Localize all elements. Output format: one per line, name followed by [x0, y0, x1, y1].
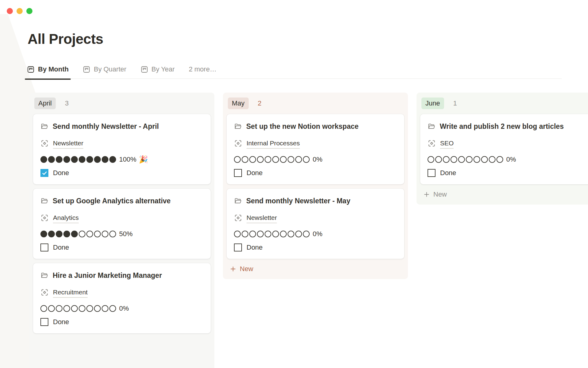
progress-dot	[63, 156, 70, 163]
progress-dot	[489, 156, 496, 163]
new-button[interactable]: New	[420, 186, 588, 201]
open-folder-icon	[234, 195, 242, 206]
progress-dot	[79, 305, 85, 312]
project-tag-label[interactable]: SEO	[440, 139, 454, 149]
project-tag: Analytics	[40, 214, 203, 223]
progress-dot	[48, 231, 55, 237]
group-pill: April	[34, 98, 56, 109]
project-tag-label[interactable]: Analytics	[53, 214, 79, 223]
progress-label: 0%	[313, 230, 322, 238]
progress-dot	[109, 305, 116, 312]
done-row: Done	[234, 169, 397, 177]
progress-label: 0%	[313, 155, 322, 163]
board-icon	[141, 66, 148, 73]
done-checkbox[interactable]	[234, 169, 242, 177]
group-pill: June	[421, 98, 444, 109]
progress-dot	[102, 305, 108, 312]
tab-by-quarter[interactable]: By Quarter	[83, 65, 126, 73]
progress-row: 0%	[234, 155, 397, 163]
page-title: All Projects	[28, 31, 103, 47]
project-tag-label[interactable]: Recruitment	[53, 288, 88, 298]
progress-row: 50%	[40, 230, 203, 238]
board-icon	[83, 66, 90, 73]
new-button[interactable]: New	[227, 261, 404, 275]
progress-label: 0%	[119, 305, 129, 312]
progress-row: 0%	[234, 230, 397, 238]
progress-dot	[265, 231, 271, 237]
progress-dot	[257, 231, 264, 237]
done-checkbox[interactable]	[428, 169, 435, 177]
progress-dot	[435, 156, 442, 163]
card-title-row: Send monthly Newsletter - May	[234, 195, 397, 206]
project-card[interactable]: Send monthly Newsletter - May Newsletter…	[227, 189, 404, 259]
done-row: Done	[234, 243, 397, 251]
progress-dot	[458, 156, 465, 163]
new-button-label: New	[240, 265, 253, 273]
done-row: Done	[40, 169, 203, 177]
project-tag-label[interactable]: Newsletter	[53, 139, 83, 149]
done-checkbox[interactable]	[40, 243, 48, 251]
progress-dot	[303, 231, 310, 237]
progress-dot	[40, 305, 47, 312]
done-row: Done	[40, 243, 203, 251]
window-controls	[7, 8, 32, 14]
progress-dot	[242, 156, 248, 163]
progress-dot	[94, 305, 101, 312]
project-tag: Newsletter	[234, 214, 397, 223]
close-button[interactable]	[7, 8, 13, 14]
progress-dot	[303, 156, 310, 163]
tab-label: By Quarter	[94, 65, 126, 73]
new-button-label: New	[433, 190, 447, 198]
card-title: Hire a Junior Marketing Manager	[53, 270, 162, 281]
progress-dot	[94, 231, 101, 237]
progress-dot	[109, 156, 116, 163]
zoom-button[interactable]	[26, 8, 32, 14]
minimize-button[interactable]	[17, 8, 23, 14]
done-row: Done	[428, 169, 588, 177]
progress-dot	[288, 156, 294, 163]
done-label: Done	[53, 318, 69, 326]
tab-by-year[interactable]: By Year	[141, 65, 175, 73]
open-folder-icon	[40, 270, 48, 281]
card-title: Send monthly Newsletter - May	[246, 195, 350, 206]
progress-dot	[249, 156, 256, 163]
done-checkbox[interactable]	[40, 318, 48, 326]
progress-dot	[272, 156, 279, 163]
done-checkbox[interactable]	[40, 169, 48, 177]
project-card[interactable]: Set up Google Analytics alternative Anal…	[33, 189, 211, 259]
project-tag: Recruitment	[40, 288, 203, 298]
progress-label: 100%	[119, 155, 136, 163]
progress-dots	[428, 156, 503, 163]
progress-dot	[473, 156, 480, 163]
project-icon	[40, 288, 49, 298]
project-card[interactable]: Write and publish 2 new blog articles SE…	[420, 114, 588, 184]
project-icon	[40, 139, 49, 149]
progress-dot	[63, 305, 70, 312]
card-title: Set up Google Analytics alternative	[53, 195, 171, 206]
project-tag: Internal Processes	[234, 139, 397, 149]
open-folder-icon	[40, 121, 48, 132]
progress-dots	[40, 231, 116, 237]
done-label: Done	[53, 243, 69, 251]
board-icon	[27, 66, 35, 73]
card-title-row: Write and publish 2 new blog articles	[428, 121, 588, 132]
tab-2-more[interactable]: 2 more…	[189, 65, 216, 73]
project-tag-label[interactable]: Internal Processes	[247, 139, 300, 149]
column-header: April 3	[33, 95, 211, 114]
group-pill: May	[228, 98, 249, 109]
progress-dot	[79, 156, 85, 163]
done-checkbox[interactable]	[234, 243, 242, 251]
progress-dot	[496, 156, 503, 163]
project-card[interactable]: Hire a Junior Marketing Manager Recruitm…	[33, 263, 211, 333]
progress-dot	[48, 156, 55, 163]
project-card[interactable]: Set up the new Notion workspace Internal…	[227, 114, 404, 184]
progress-dot	[102, 231, 108, 237]
tab-label: By Year	[152, 65, 175, 73]
project-tag-label[interactable]: Newsletter	[247, 214, 277, 223]
column-header: June 1	[420, 95, 588, 114]
progress-dot	[450, 156, 457, 163]
tab-by-month[interactable]: By Month	[27, 65, 69, 73]
progress-label: 0%	[506, 155, 516, 163]
project-card[interactable]: Send monthly Newsletter - April Newslett…	[33, 114, 211, 184]
progress-dot	[428, 156, 434, 163]
